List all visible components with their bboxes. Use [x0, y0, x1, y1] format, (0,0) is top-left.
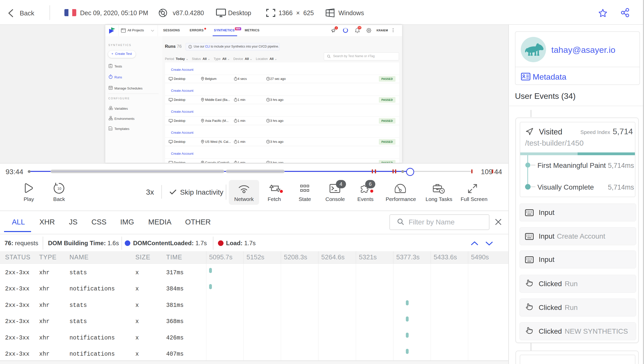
svg-text:10: 10 — [57, 187, 61, 191]
